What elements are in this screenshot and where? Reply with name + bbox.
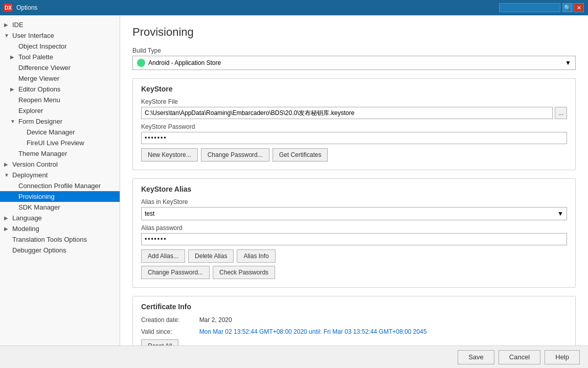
sidebar-label-translation-tools-options: Translation Tools Options bbox=[12, 236, 87, 243]
alias-change-password-button[interactable]: Change Password... bbox=[141, 266, 210, 279]
keystore-password-row bbox=[141, 132, 567, 144]
alias-chevron-icon: ▼ bbox=[557, 210, 563, 217]
sidebar-label-modeling: Modeling bbox=[12, 225, 39, 233]
creation-date-label: Creation date: bbox=[141, 316, 197, 324]
alias-info-button[interactable]: Alias Info bbox=[237, 249, 275, 263]
help-button[interactable]: Help bbox=[545, 350, 580, 364]
sidebar-item-difference-viewer[interactable]: Difference Viewer bbox=[0, 62, 120, 73]
sidebar-item-ide[interactable]: ▶IDE bbox=[0, 19, 120, 30]
sidebar-label-form-designer: Form Designer bbox=[18, 118, 62, 125]
sidebar-item-merge-viewer[interactable]: Merge Viewer bbox=[0, 73, 120, 84]
add-alias-button[interactable]: Add Alias... bbox=[141, 249, 185, 263]
close-button[interactable]: ✕ bbox=[574, 3, 584, 12]
expand-icon-form-designer: ▼ bbox=[10, 119, 16, 124]
expand-icon-language: ▶ bbox=[4, 215, 10, 221]
alias-password-input[interactable] bbox=[141, 233, 567, 245]
sidebar-item-debugger-options[interactable]: Debugger Options bbox=[0, 245, 120, 256]
sidebar-item-tool-palette[interactable]: ▶Tool Palette bbox=[0, 52, 120, 62]
sidebar-item-device-manager[interactable]: Device Manager bbox=[0, 127, 120, 137]
save-button[interactable]: Save bbox=[458, 350, 494, 364]
keystore-section-title: KeyStore bbox=[141, 85, 567, 93]
sidebar-label-merge-viewer: Merge Viewer bbox=[18, 75, 59, 82]
sidebar-label-editor-options: Editor Options bbox=[18, 85, 60, 93]
sidebar-item-version-control[interactable]: ▶Version Control bbox=[0, 159, 120, 170]
search-button[interactable]: 🔍 bbox=[562, 3, 573, 12]
keystore-section: KeyStore KeyStore File ... KeyStore Pass… bbox=[132, 78, 576, 170]
keystore-password-label: KeyStore Password bbox=[141, 123, 567, 130]
keystorealias-section: KeyStore Alias Alias in KeyStore test ▼ … bbox=[132, 178, 576, 288]
sidebar-label-version-control: Version Control bbox=[12, 160, 58, 168]
sidebar-item-editor-options[interactable]: ▶Editor Options bbox=[0, 84, 120, 95]
sidebar-label-debugger-options: Debugger Options bbox=[12, 246, 66, 254]
sidebar-label-connection-profile-manager: Connection Profile Manager bbox=[18, 182, 101, 190]
keystore-password-input[interactable] bbox=[141, 132, 567, 144]
sidebar-item-object-inspector[interactable]: Object Inspector bbox=[0, 41, 120, 52]
sidebar-item-form-designer[interactable]: ▼Form Designer bbox=[0, 116, 120, 127]
delete-alias-button[interactable]: Delete Alias bbox=[188, 249, 234, 263]
sidebar-label-reopen-menu: Reopen Menu bbox=[18, 96, 60, 104]
valid-since-row: Valid since: Mon Mar 02 13:52:44 GMT+08:… bbox=[141, 328, 567, 335]
sidebar-label-language: Language bbox=[12, 214, 42, 222]
expand-icon-editor-options: ▶ bbox=[10, 86, 16, 92]
alias-button-row1: Add Alias... Delete Alias Alias Info bbox=[141, 249, 567, 263]
check-passwords-button[interactable]: Check Passwords bbox=[213, 266, 275, 279]
expand-icon-user-interface: ▼ bbox=[4, 33, 10, 38]
sidebar-label-theme-manager: Theme Manager bbox=[18, 150, 67, 157]
build-type-section: Build Type Android - Application Store ▼ bbox=[132, 47, 576, 70]
certificate-info-section: Certificate Info Creation date: Mar 2, 2… bbox=[132, 296, 576, 346]
build-type-value: Android - Application Store bbox=[148, 59, 221, 66]
sidebar-label-explorer: Explorer bbox=[18, 107, 43, 114]
expand-icon-ide: ▶ bbox=[4, 22, 10, 28]
sidebar-item-fireui-live-preview[interactable]: FireUI Live Preview bbox=[0, 137, 120, 148]
sidebar-item-theme-manager[interactable]: Theme Manager bbox=[0, 148, 120, 159]
sidebar-item-modeling[interactable]: ▶Modeling bbox=[0, 223, 120, 234]
expand-icon-version-control: ▶ bbox=[4, 162, 10, 167]
bottom-bar: Save Cancel Help bbox=[0, 346, 588, 368]
sidebar-label-sdk-manager: SDK Manager bbox=[18, 203, 60, 211]
sidebar-item-deployment[interactable]: ▼Deployment bbox=[0, 170, 120, 180]
sidebar-item-sdk-manager[interactable]: SDK Manager bbox=[0, 202, 120, 213]
expand-icon-modeling: ▶ bbox=[4, 226, 10, 232]
sidebar-label-object-inspector: Object Inspector bbox=[18, 42, 67, 50]
app-logo: DX bbox=[4, 4, 12, 12]
content-area: Provisioning Build Type Android - Applic… bbox=[120, 15, 588, 346]
creation-date-row: Creation date: Mar 2, 2020 bbox=[141, 316, 567, 324]
keystore-file-input[interactable] bbox=[141, 107, 553, 119]
sidebar-item-user-interface[interactable]: ▼User Interface bbox=[0, 30, 120, 41]
keystore-browse-button[interactable]: ... bbox=[555, 107, 567, 119]
keystore-file-row: ... bbox=[141, 107, 567, 119]
sidebar-item-explorer[interactable]: Explorer bbox=[0, 105, 120, 116]
new-keystore-button[interactable]: New Keystore... bbox=[141, 148, 198, 162]
chevron-down-icon: ▼ bbox=[565, 59, 571, 66]
sidebar-label-user-interface: User Interface bbox=[12, 32, 54, 39]
sidebar-label-tool-palette: Tool Palette bbox=[18, 53, 53, 61]
sidebar-item-reopen-menu[interactable]: Reopen Menu bbox=[0, 95, 120, 105]
reset-all-row: Reset All bbox=[141, 339, 567, 346]
expand-icon-tool-palette: ▶ bbox=[10, 54, 16, 60]
alias-label: Alias in KeyStore bbox=[141, 198, 567, 205]
title-search-input[interactable] bbox=[499, 3, 560, 12]
sidebar-item-language[interactable]: ▶Language bbox=[0, 213, 120, 223]
build-type-dropdown[interactable]: Android - Application Store ▼ bbox=[132, 56, 576, 70]
alias-password-row bbox=[141, 233, 567, 245]
main-layout: ▶IDE▼User InterfaceObject Inspector▶Tool… bbox=[0, 15, 588, 346]
reset-all-button[interactable]: Reset All bbox=[141, 339, 178, 346]
sidebar-item-provisioning[interactable]: Provisioning bbox=[0, 191, 120, 202]
android-icon bbox=[137, 59, 145, 67]
keystorealias-section-title: KeyStore Alias bbox=[141, 185, 567, 193]
valid-since-label: Valid since: bbox=[141, 328, 197, 335]
window-title: Options bbox=[16, 4, 499, 11]
sidebar-item-connection-profile-manager[interactable]: Connection Profile Manager bbox=[0, 180, 120, 191]
alias-value: test bbox=[145, 210, 154, 217]
alias-password-label: Alias password bbox=[141, 224, 567, 232]
sidebar-item-translation-tools-options[interactable]: Translation Tools Options bbox=[0, 234, 120, 245]
alias-dropdown[interactable]: test ▼ bbox=[141, 207, 567, 220]
valid-since-value: Mon Mar 02 13:52:44 GMT+08:00 2020 until… bbox=[199, 328, 427, 335]
cancel-button[interactable]: Cancel bbox=[499, 350, 540, 364]
creation-date-value: Mar 2, 2020 bbox=[199, 316, 232, 324]
keystore-change-password-button[interactable]: Change Password... bbox=[201, 148, 269, 162]
certificate-section-title: Certificate Info bbox=[141, 303, 567, 311]
sidebar-label-ide: IDE bbox=[12, 21, 24, 29]
get-certificates-button[interactable]: Get Certificates bbox=[273, 148, 328, 162]
keystore-file-label: KeyStore File bbox=[141, 98, 567, 105]
